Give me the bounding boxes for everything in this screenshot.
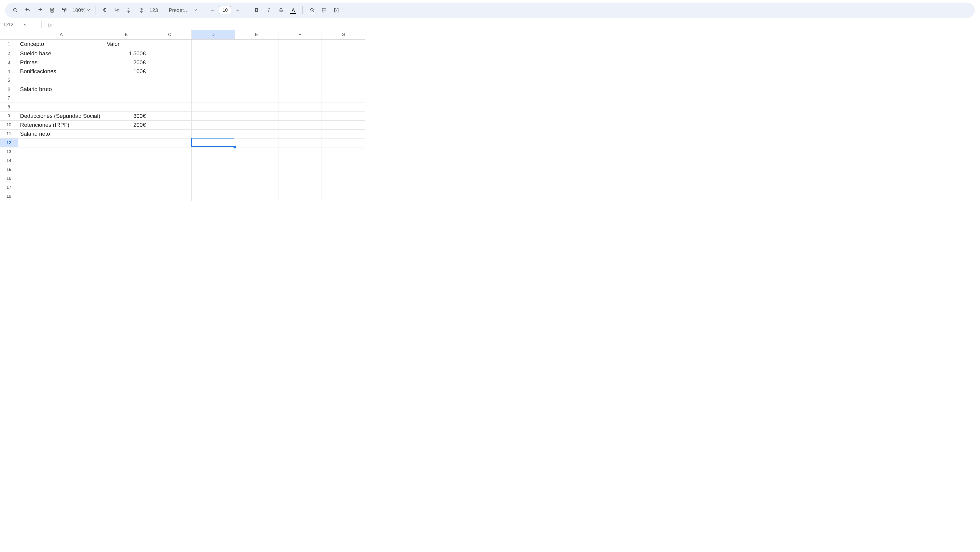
font-size-input[interactable]: [219, 6, 231, 14]
cell[interactable]: [191, 165, 235, 174]
cell[interactable]: 1.500€: [105, 49, 148, 58]
cell[interactable]: [235, 103, 278, 111]
row-header[interactable]: 8: [0, 103, 18, 111]
cell[interactable]: [235, 39, 278, 49]
cell[interactable]: [278, 192, 321, 201]
cell[interactable]: [321, 111, 365, 121]
cell[interactable]: [148, 103, 191, 111]
cell[interactable]: [321, 58, 365, 67]
cell[interactable]: [321, 165, 365, 174]
cell[interactable]: [148, 174, 191, 183]
cell[interactable]: [191, 183, 235, 192]
cell[interactable]: [321, 147, 365, 156]
row-header[interactable]: 18: [0, 192, 18, 201]
cell[interactable]: Salario bruto: [18, 85, 105, 94]
fill-color-button[interactable]: [306, 5, 318, 16]
row-header[interactable]: 3: [0, 58, 18, 67]
row-header[interactable]: 6: [0, 85, 18, 94]
cell[interactable]: Retenciones (IRPF): [18, 121, 105, 129]
paint-format-icon[interactable]: [59, 5, 70, 16]
cell[interactable]: [321, 49, 365, 58]
cell[interactable]: [18, 94, 105, 103]
cell[interactable]: [191, 39, 235, 49]
cell[interactable]: [235, 49, 278, 58]
cell[interactable]: [105, 174, 148, 183]
cell[interactable]: [18, 156, 105, 165]
cell[interactable]: [278, 165, 321, 174]
number-format-icon[interactable]: 123: [148, 5, 159, 16]
cell[interactable]: [278, 111, 321, 121]
text-color-button[interactable]: A: [288, 5, 299, 16]
row-header[interactable]: 14: [0, 156, 18, 165]
name-box[interactable]: D12: [3, 21, 39, 28]
cell[interactable]: [321, 129, 365, 138]
cell[interactable]: [191, 111, 235, 121]
cell[interactable]: Deducciones (Seguridad Social): [18, 111, 105, 121]
cell[interactable]: [235, 94, 278, 103]
row-header[interactable]: 4: [0, 67, 18, 76]
cell[interactable]: [148, 67, 191, 76]
cell[interactable]: [191, 147, 235, 156]
cell[interactable]: Bonificaciones: [18, 67, 105, 76]
cell[interactable]: [235, 111, 278, 121]
cell[interactable]: [18, 165, 105, 174]
row-header[interactable]: 13: [0, 147, 18, 156]
column-header[interactable]: A: [18, 30, 105, 39]
cell[interactable]: [235, 76, 278, 85]
cell[interactable]: [105, 165, 148, 174]
redo-icon[interactable]: [34, 5, 45, 16]
fill-handle[interactable]: [234, 146, 236, 149]
row-header[interactable]: 1: [0, 39, 18, 49]
column-header[interactable]: C: [148, 30, 191, 39]
cell[interactable]: 200€: [105, 121, 148, 129]
cell[interactable]: [148, 94, 191, 103]
cell[interactable]: 200€: [105, 58, 148, 67]
cell[interactable]: [148, 111, 191, 121]
cell[interactable]: [18, 138, 105, 147]
cell[interactable]: [278, 138, 321, 147]
cell[interactable]: [278, 94, 321, 103]
cell[interactable]: 300€: [105, 111, 148, 121]
undo-icon[interactable]: [22, 5, 33, 16]
increase-font-size-button[interactable]: +: [232, 5, 243, 16]
cell[interactable]: [321, 103, 365, 111]
cell[interactable]: [191, 58, 235, 67]
increase-decimal-icon[interactable]: .00: [136, 5, 147, 16]
cell[interactable]: [321, 156, 365, 165]
decrease-font-size-button[interactable]: −: [207, 5, 218, 16]
strikethrough-button[interactable]: S: [275, 5, 286, 16]
cell[interactable]: [18, 147, 105, 156]
row-header[interactable]: 7: [0, 94, 18, 103]
cell[interactable]: [278, 39, 321, 49]
cell[interactable]: [235, 165, 278, 174]
cell[interactable]: Salario neto: [18, 129, 105, 138]
cell[interactable]: [148, 85, 191, 94]
cell[interactable]: 100€: [105, 67, 148, 76]
row-header[interactable]: 5: [0, 76, 18, 85]
cell[interactable]: [235, 192, 278, 201]
decrease-decimal-icon[interactable]: .0: [124, 5, 135, 16]
cell[interactable]: [278, 174, 321, 183]
cell[interactable]: [321, 94, 365, 103]
row-header[interactable]: 11: [0, 129, 18, 138]
cell[interactable]: [148, 192, 191, 201]
cell[interactable]: [191, 76, 235, 85]
cell[interactable]: [105, 183, 148, 192]
column-header[interactable]: B: [105, 30, 148, 39]
cell[interactable]: [278, 103, 321, 111]
cell[interactable]: [18, 174, 105, 183]
percent-icon[interactable]: %: [111, 5, 123, 16]
cell[interactable]: [148, 129, 191, 138]
cell[interactable]: [191, 49, 235, 58]
cell[interactable]: [278, 58, 321, 67]
cell[interactable]: [105, 156, 148, 165]
cell[interactable]: [148, 147, 191, 156]
font-dropdown[interactable]: Predet…: [167, 7, 199, 13]
cell[interactable]: [148, 121, 191, 129]
cell[interactable]: [105, 192, 148, 201]
column-header[interactable]: G: [321, 30, 365, 39]
borders-button[interactable]: [318, 5, 330, 16]
cell[interactable]: [321, 85, 365, 94]
search-icon[interactable]: [10, 5, 21, 16]
cell[interactable]: [235, 138, 278, 147]
